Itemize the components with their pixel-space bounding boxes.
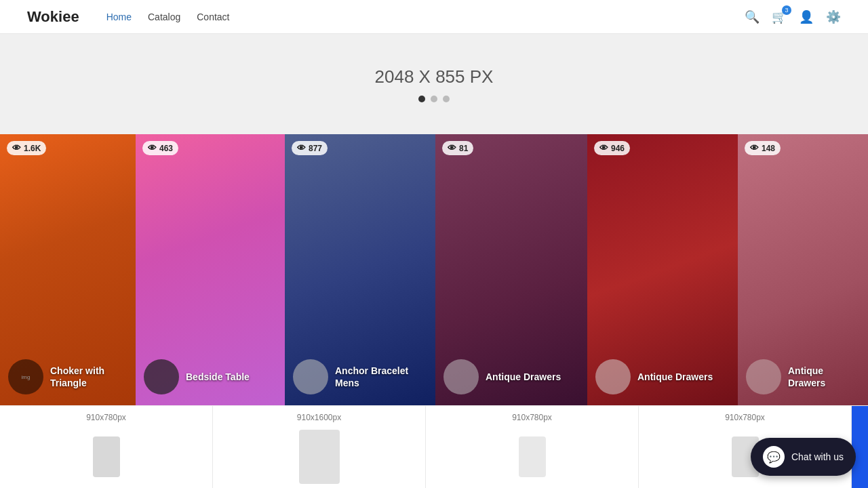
logo[interactable]: Wokiee	[27, 8, 79, 26]
eye-icon-4: 👁	[448, 143, 456, 153]
header: Wokiee Home Catalog Contact 🔍 🛒 3 👤 ⚙️	[0, 0, 868, 34]
card-title-5: Antique Drawers	[637, 371, 713, 383]
card-label-4: Antique Drawers	[435, 359, 587, 394]
product-cards-row: 👁 1.6K img Choker with Triangle 👁 463 Be…	[0, 134, 868, 405]
hero-banner: 2048 X 855 PX	[0, 34, 868, 134]
eye-icon-3: 👁	[297, 143, 306, 153]
card-thumb-5	[595, 359, 631, 394]
card-title-2: Bedside Table	[186, 371, 250, 383]
bottom-cell-thumb-3	[519, 436, 546, 477]
dot-2[interactable]	[431, 96, 437, 102]
bottom-cell-5	[852, 406, 868, 488]
dot-1[interactable]	[418, 96, 425, 102]
eye-icon-2: 👁	[148, 143, 157, 153]
nav-catalog[interactable]: Catalog	[148, 12, 180, 22]
card-label-2: Bedside Table	[136, 359, 285, 394]
product-card-3[interactable]: 👁 877 Anchor Bracelet Mens	[285, 134, 435, 405]
card-title-1: Choker with Triangle	[50, 365, 127, 389]
hero-title: 2048 X 855 PX	[375, 66, 494, 87]
card-thumb-3	[293, 359, 328, 394]
carousel-dots	[418, 96, 450, 102]
bottom-cell-label-2: 910x1600px	[213, 413, 425, 422]
eye-icon-5: 👁	[599, 143, 608, 153]
card-title-3: Anchor Bracelet Mens	[335, 365, 427, 389]
cart-icon[interactable]: 🛒 3	[772, 9, 787, 24]
card-thumb-4	[443, 359, 479, 394]
chat-label: Chat with us	[791, 451, 844, 462]
view-count-2: 👁 463	[142, 141, 178, 155]
view-count-5: 👁 946	[594, 141, 630, 155]
nav-home[interactable]: Home	[106, 12, 132, 22]
view-count-4: 👁 81	[442, 141, 473, 155]
chat-widget[interactable]: 💬 Chat with us	[751, 438, 856, 476]
card-title-6: Antique Drawers	[788, 365, 860, 389]
bottom-cell-thumb-1	[93, 436, 120, 477]
view-count-6: 👁 148	[745, 141, 781, 155]
card-thumb-1: img	[8, 359, 43, 394]
search-icon[interactable]: 🔍	[745, 9, 760, 24]
bottom-cell-label-1: 910x780px	[0, 413, 212, 422]
product-card-2[interactable]: 👁 463 Bedside Table	[136, 134, 285, 405]
cart-badge: 3	[782, 5, 791, 15]
product-card-5[interactable]: 👁 946 Antique Drawers	[587, 134, 738, 405]
card-thumb-6	[746, 359, 781, 394]
card-label-1: img Choker with Triangle	[0, 359, 136, 394]
bottom-cell-2[interactable]: 910x1600px	[213, 406, 426, 488]
card-thumb-2	[144, 359, 179, 394]
bottom-grid: 910x780px 910x1600px 910x780px 910x780px	[0, 405, 868, 488]
bottom-cell-label-3: 910x780px	[426, 413, 638, 422]
bottom-cell-label-4: 910x780px	[639, 413, 851, 422]
user-icon[interactable]: 👤	[799, 9, 814, 24]
dot-3[interactable]	[443, 96, 450, 102]
eye-icon: 👁	[12, 143, 21, 153]
settings-icon[interactable]: ⚙️	[826, 9, 841, 24]
card-label-5: Antique Drawers	[587, 359, 738, 394]
eye-icon-6: 👁	[750, 143, 759, 153]
product-card-6[interactable]: 👁 148 Antique Drawers	[738, 134, 868, 405]
nav: Home Catalog Contact	[106, 12, 745, 22]
header-icons: 🔍 🛒 3 👤 ⚙️	[745, 9, 841, 24]
view-count-1: 👁 1.6K	[7, 141, 46, 155]
bottom-cell-3[interactable]: 910x780px	[426, 406, 639, 488]
card-label-3: Anchor Bracelet Mens	[285, 359, 435, 394]
view-count-3: 👁 877	[292, 141, 328, 155]
card-label-6: Antique Drawers	[738, 359, 868, 394]
card-title-4: Antique Drawers	[486, 371, 561, 383]
chat-icon: 💬	[763, 446, 785, 468]
bottom-cell-1[interactable]: 910x780px	[0, 406, 213, 488]
nav-contact[interactable]: Contact	[197, 12, 229, 22]
product-card-1[interactable]: 👁 1.6K img Choker with Triangle	[0, 134, 136, 405]
bottom-cell-thumb-2	[299, 430, 340, 484]
product-card-4[interactable]: 👁 81 Antique Drawers	[435, 134, 587, 405]
